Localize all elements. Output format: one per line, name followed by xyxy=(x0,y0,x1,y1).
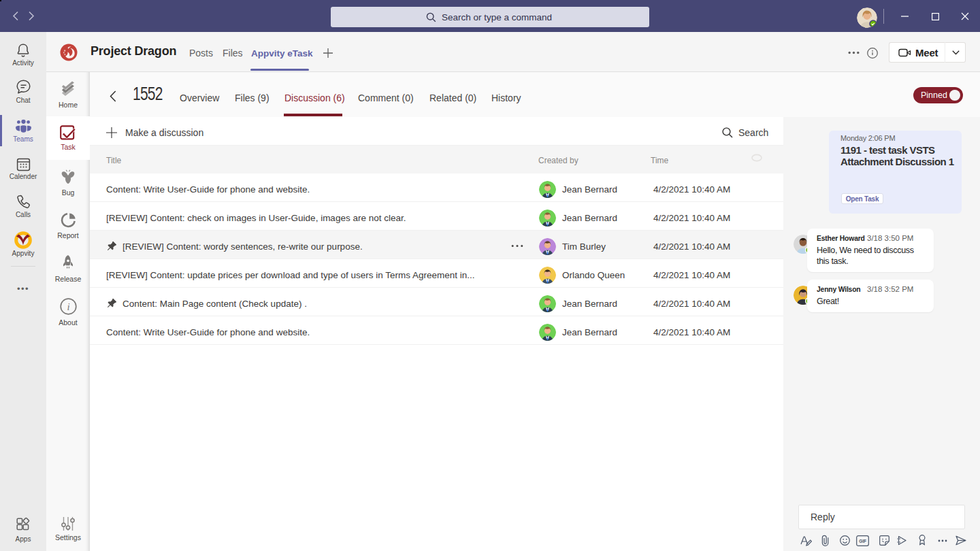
svg-text:i: i xyxy=(67,301,69,312)
svg-text:GIF: GIF xyxy=(859,539,866,544)
